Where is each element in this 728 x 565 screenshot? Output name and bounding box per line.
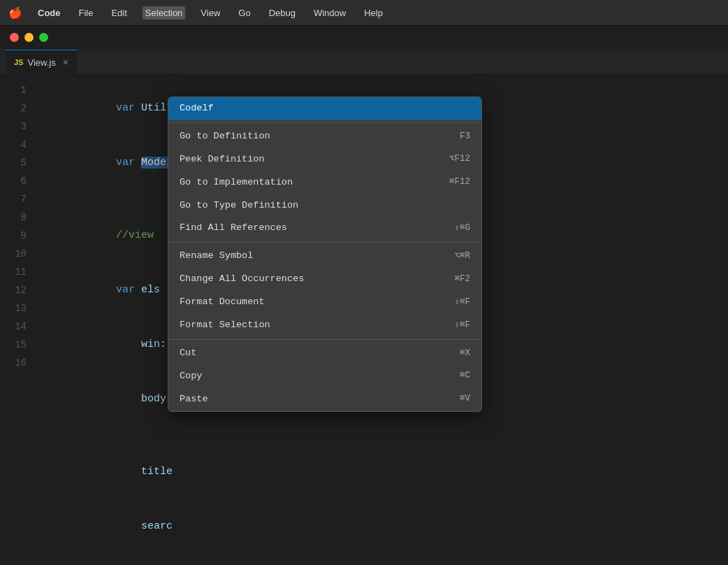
go-to-implementation-label: Go to Implementation: [180, 176, 293, 189]
line-num-12: 12: [8, 281, 27, 299]
code-line-10: searc: [41, 499, 728, 554]
line-num-13: 13: [8, 299, 27, 317]
peek-definition-label: Peek Definition: [180, 153, 265, 166]
go-to-type-definition-label: Go to Type Definition: [180, 199, 298, 213]
tab-viewjs[interactable]: JS View.js ×: [6, 50, 77, 74]
window-controls: [0, 26, 728, 49]
paste-shortcut: ⌘V: [460, 393, 470, 406]
menu-help[interactable]: Help: [361, 6, 386, 20]
cut-label: Cut: [180, 347, 196, 360]
menu-view[interactable]: View: [198, 6, 223, 20]
line-num-15: 15: [8, 336, 27, 354]
line-num-5: 5: [8, 154, 27, 172]
line-num-9: 9: [8, 227, 27, 245]
context-menu-rename-symbol[interactable]: Rename Symbol ⌥⌘R: [168, 245, 481, 268]
separator-3: [168, 339, 481, 340]
format-selection-label: Format Selection: [180, 319, 270, 332]
menu-edit[interactable]: Edit: [108, 6, 129, 20]
menu-code[interactable]: Code: [35, 6, 64, 20]
editor: 1 2 3 4 5 6 7 8 9 10 11 12 13 14 15 16 v…: [0, 76, 728, 565]
tab-close-icon[interactable]: ×: [63, 57, 68, 68]
change-all-occurrences-shortcut: ⌘F2: [454, 273, 470, 286]
find-all-references-label: Find All References: [180, 222, 287, 235]
line-num-3: 3: [8, 117, 27, 136]
menu-selection[interactable]: Selection: [143, 6, 185, 20]
line-num-8: 8: [8, 208, 27, 227]
line-num-16: 16: [8, 354, 27, 372]
context-menu-go-to-type-definition[interactable]: Go to Type Definition: [168, 194, 481, 217]
context-menu-change-all-occurrences[interactable]: Change All Occurrences ⌘F2: [168, 268, 481, 291]
apple-menu[interactable]: 🍎: [8, 6, 22, 20]
format-document-shortcut: ⇧⌘F: [454, 296, 470, 309]
context-menu-go-to-implementation[interactable]: Go to Implementation ⌘F12: [168, 171, 481, 194]
line-num-11: 11: [8, 263, 27, 281]
code-line-11: searc ),: [41, 554, 728, 565]
peek-definition-shortcut: ⌥F12: [449, 153, 470, 166]
codelf-label: Codelf: [180, 102, 214, 115]
cut-shortcut: ⌘X: [460, 348, 470, 360]
line-num-4: 4: [8, 136, 27, 154]
context-menu-format-selection[interactable]: Format Selection ⇧⌘F: [168, 314, 481, 337]
line-numbers: 1 2 3 4 5 6 7 8 9 10 11 12 13 14 15 16: [0, 81, 35, 565]
line-num-2: 2: [8, 99, 27, 117]
paste-label: Paste: [180, 393, 208, 406]
line-num-10: 10: [8, 245, 27, 263]
tab-bar: JS View.js ×: [0, 49, 728, 76]
menu-go[interactable]: Go: [235, 6, 253, 20]
rename-symbol-shortcut: ⌥⌘R: [454, 250, 470, 263]
copy-shortcut: ⌘C: [460, 370, 470, 382]
context-menu-codelf[interactable]: Codelf: [168, 97, 481, 120]
close-button[interactable]: [10, 33, 19, 42]
format-document-label: Format Document: [180, 296, 265, 309]
context-menu-find-all-references[interactable]: Find All References ⇧⌘G: [168, 217, 481, 240]
go-to-definition-shortcut: F3: [460, 131, 470, 143]
line-num-14: 14: [8, 317, 27, 336]
context-menu-paste[interactable]: Paste ⌘V: [168, 388, 481, 411]
context-menu-go-to-definition[interactable]: Go to Definition F3: [168, 125, 481, 148]
menu-bar: 🍎 Code File Edit Selection View Go Debug…: [0, 0, 728, 26]
menu-window[interactable]: Window: [311, 6, 349, 20]
rename-symbol-label: Rename Symbol: [180, 250, 253, 263]
code-line-8: [41, 427, 728, 445]
menu-debug[interactable]: Debug: [266, 6, 298, 20]
menu-file[interactable]: File: [76, 6, 96, 20]
minimize-button[interactable]: [24, 33, 34, 42]
format-selection-shortcut: ⇧⌘F: [454, 320, 470, 332]
context-menu-peek-definition[interactable]: Peek Definition ⌥F12: [168, 148, 481, 171]
context-menu-copy[interactable]: Copy ⌘C: [168, 365, 481, 388]
tab-js-icon: JS: [14, 58, 23, 66]
context-menu-cut[interactable]: Cut ⌘X: [168, 342, 481, 365]
maximize-button[interactable]: [39, 33, 48, 42]
copy-label: Copy: [180, 370, 202, 383]
context-menu: Codelf Go to Definition F3 Peek Definiti…: [168, 96, 482, 412]
change-all-occurrences-label: Change All Occurrences: [180, 273, 304, 286]
go-to-definition-label: Go to Definition: [180, 130, 270, 143]
separator-1: [168, 122, 481, 123]
context-menu-format-document[interactable]: Format Document ⇧⌘F: [168, 291, 481, 314]
find-all-references-shortcut: ⇧⌘G: [454, 222, 470, 235]
line-num-7: 7: [8, 190, 27, 208]
go-to-implementation-shortcut: ⌘F12: [449, 176, 470, 189]
line-num-1: 1: [8, 81, 27, 99]
separator-2: [168, 242, 481, 243]
tab-filename: View.js: [27, 57, 55, 68]
line-num-6: 6: [8, 172, 27, 190]
code-line-9: title: [41, 445, 728, 499]
